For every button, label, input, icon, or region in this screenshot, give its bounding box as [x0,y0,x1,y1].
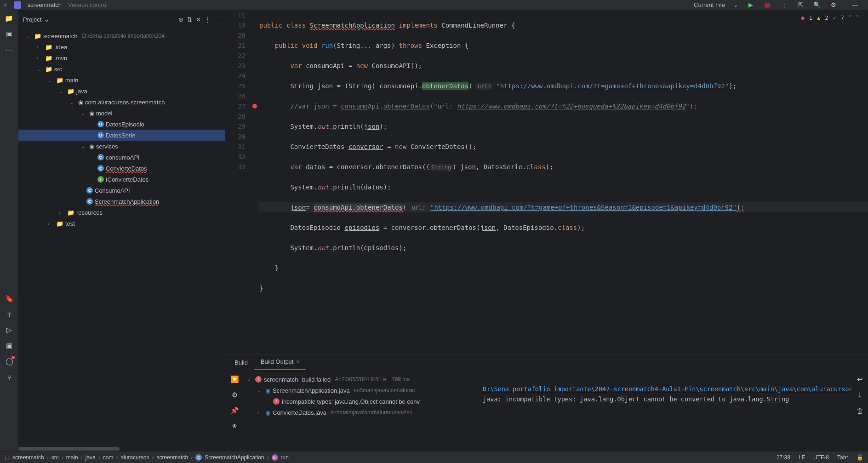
more-tools-icon[interactable]: ⋯ [5,45,14,54]
encoding[interactable]: UTF-8 [813,454,829,461]
breadcrumb-item[interactable]: screenmatch [156,454,188,461]
bookmarks-icon[interactable]: 🔖 [5,294,14,303]
run-tool-icon[interactable]: ▷ [5,326,14,335]
build-file-1[interactable]: ⌄ ◉ ScreenmatchApplication.java src\main… [244,385,478,396]
tree-node-idea[interactable]: › 📁 .idea [18,41,225,52]
project-name-label[interactable]: screenmatch [28,1,62,8]
scroll-icon[interactable]: ⤓ [855,390,864,400]
code-editor[interactable]: ●1 ▲2 ✓7 ˄ ˅ 11 19 20 21 22 23 24 25 26 … [225,10,868,354]
project-scrollbar-h[interactable] [18,446,225,451]
tree-node-src[interactable]: ⌄ 📁 src [18,63,225,74]
breadcrumb-item[interactable]: java [86,454,96,461]
inspection-status[interactable]: ●1 ▲2 ✓7 ˄ ˅ [801,13,859,23]
tree-node-model[interactable]: ⌄ ◉ model [18,108,225,119]
chevron-down-icon[interactable]: ⌄ [257,388,263,393]
collapse-icon[interactable]: ✕ [196,16,201,23]
build-error-1[interactable]: ! incompatible types: java.lang.Object c… [244,396,478,407]
problems-icon[interactable]: ▣ [5,341,14,350]
tree-root[interactable]: ⌄ 📁 screenmatch D:\Sena portafolio impor… [18,30,225,41]
chevron-down-icon[interactable]: ⌄ [44,16,49,23]
cursor-position[interactable]: 27:38 [777,454,790,461]
project-panel-title[interactable]: Project [23,16,41,23]
down-icon[interactable]: ˅ [856,13,859,23]
chevron-right-icon[interactable]: › [59,210,65,215]
chevron-down-icon[interactable]: ⌄ [59,89,65,94]
breadcrumb-item[interactable]: ScreenmatchApplication [205,454,264,461]
project-tree[interactable]: ⌄ 📁 screenmatch D:\Sena portafolio impor… [18,29,225,446]
chevron-down-icon[interactable]: ⌄ [26,34,32,39]
locate-icon[interactable]: ⊕ [178,16,183,23]
debug-icon[interactable]: 🐞 [763,1,771,8]
run-config-dropdown[interactable]: Current File [694,1,725,8]
pin-icon[interactable]: 📌 [230,406,239,415]
settings-icon[interactable]: ⚙ [829,1,838,8]
chevron-down-icon[interactable]: ⌄ [37,67,43,72]
breadcrumb-item[interactable]: aluracursos [120,454,149,461]
tree-node-main[interactable]: ⌄ 📁 main [18,74,225,86]
build-tree[interactable]: ⌄ ! screenmatch: build failed At 23/05/2… [244,370,478,463]
build-tab-build[interactable]: Build [228,355,254,370]
wrap-icon[interactable]: ↩ [855,375,864,384]
project-tool-icon[interactable]: 📁 [5,14,14,23]
chevron-right-icon[interactable]: › [37,45,43,50]
breadcrumb-item[interactable]: main [66,454,78,461]
chevron-down-icon[interactable]: ⌄ [81,144,87,149]
tree-node-datos-serie[interactable]: R DatosSerie [18,130,225,141]
tree-node-package[interactable]: ⌄ ◉ com.aluracursos.screenmatch [18,97,225,108]
chevron-right-icon[interactable]: › [48,221,54,226]
tree-node-services[interactable]: ⌄ ◉ services [18,141,225,152]
readonly-icon[interactable]: 🔓 [857,454,863,461]
tree-node-datos-episodio[interactable]: R DatosEpisodio [18,119,225,130]
close-icon[interactable]: × [296,358,300,365]
hide-icon[interactable]: — [214,16,220,23]
tree-node-java[interactable]: ⌄ 📁 java [18,86,225,97]
tree-node-test[interactable]: › 📁 test [18,218,225,229]
build-tab-output[interactable]: Build Output× [254,354,306,370]
build-root[interactable]: ⌄ ! screenmatch: build failed At 23/05/2… [244,374,478,385]
tree-node-consumo-api-lower[interactable]: C consumoAPI [18,152,225,163]
chevron-down-icon[interactable]: ⌄ [247,377,253,382]
terminal-icon[interactable]: T [5,310,14,319]
eye-icon[interactable]: 👁 [230,422,239,431]
search-icon[interactable]: 🔍 [813,1,821,8]
expand-icon[interactable]: ⇅ [187,16,192,23]
chevron-down-icon[interactable]: ⌄ [733,1,738,8]
chevron-down-icon[interactable]: ⌄ [48,78,54,83]
error-gutter-icon[interactable] [252,104,257,109]
play-icon[interactable]: ▶ [747,1,755,8]
tree-node-iconvierte-datos[interactable]: I IConvierteDatos [18,174,225,185]
git-icon[interactable]: ⑂ [5,372,14,382]
chevron-down-icon[interactable]: ⌄ [70,100,76,105]
settings-icon[interactable]: ⚙ [230,390,239,400]
main-menu-icon[interactable]: ≡ [4,1,7,8]
filter-icon[interactable]: 🔽 [230,375,239,384]
code-lines[interactable]: public class ScreenmatchApplication impl… [259,10,868,354]
chevron-right-icon[interactable]: › [257,410,263,415]
minimize-window[interactable]: — [846,1,864,8]
breadcrumb-item[interactable]: run [281,454,289,461]
notifications-icon[interactable]: ◯ [5,357,14,366]
tree-node-convierte-datos[interactable]: C ConvierteDatos [18,163,225,174]
breadcrumb-item[interactable]: com [103,454,114,461]
options-icon[interactable]: ⋮ [205,16,211,23]
tree-node-resources[interactable]: › 📁 resources [18,207,225,218]
breadcrumb-item[interactable]: src [51,454,59,461]
more-run-icon[interactable]: ⋮ [780,1,788,8]
structure-tool-icon[interactable]: ▣ [5,29,14,39]
build-icon[interactable]: ⇱ [796,1,805,8]
tree-node-screenmatch-app[interactable]: C ScreenmatchApplication [18,196,225,207]
output-path-link[interactable]: D:\Sena portafolio importante\2047-scree… [483,385,851,393]
chevron-down-icon[interactable]: ⌄ [81,111,87,116]
build-output[interactable]: D:\Sena portafolio importante\2047-scree… [478,370,851,463]
indent[interactable]: Tab* [837,454,848,461]
line-ending[interactable]: LF [799,454,805,461]
tree-node-consumo-api-upper[interactable]: C ConsumoAPI [18,185,225,196]
breadcrumb-item[interactable]: screenmatch [12,454,44,461]
tree-node-mvn[interactable]: › 📁 .mvn [18,52,225,63]
method-icon: m [272,454,278,461]
up-icon[interactable]: ˄ [849,13,851,23]
trash-icon[interactable]: 🗑 [855,406,864,415]
vcs-label[interactable]: Version control [68,1,108,8]
chevron-right-icon[interactable]: › [37,56,43,61]
build-file-2[interactable]: › ◉ ConvierteDatos.java src\main\java\co… [244,407,478,418]
